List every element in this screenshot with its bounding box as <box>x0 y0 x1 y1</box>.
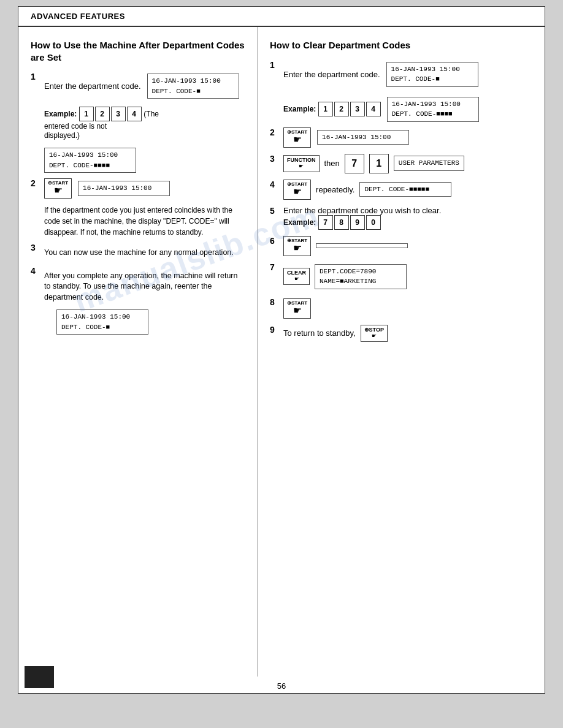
start-button-r8[interactable]: ⊕START ☛ <box>283 298 311 319</box>
right-step-2-content: ⊕START ☛ 16-JAN-1993 15:00 <box>283 127 534 148</box>
step-2-display-line1: 16-JAN-1993 15:00 <box>83 183 165 194</box>
right-s4-d1: DEPT. CODE-■■■■■ <box>364 184 446 195</box>
right-example-display: 16-JAN-1993 15:00 DEPT. CODE-■■■■ <box>387 97 479 122</box>
start-button-1[interactable]: ⊕START ☛ <box>44 178 72 199</box>
step-4-text: After you complete any operation, the ma… <box>44 271 246 303</box>
key-0-ex: 0 <box>366 215 381 230</box>
step-num-3: 3 <box>31 243 44 252</box>
repeatedly-text: repeatedly. <box>316 185 354 194</box>
clear-button[interactable]: CLEAR ☛ <box>283 268 310 285</box>
right-step-8-content: ⊕START ☛ <box>283 297 534 319</box>
right-step-8: 8 ⊕START ☛ <box>270 297 534 319</box>
right-key-3: 3 <box>350 102 365 116</box>
start-button-r2[interactable]: ⊕START ☛ <box>283 127 311 148</box>
right-heading: How to Clear Department Codes <box>270 39 534 51</box>
left-step-1: 1 Enter the department code. 16-JAN-1993… <box>31 72 246 100</box>
key-2: 2 <box>95 107 110 121</box>
right-step-6-content: ⊕START ☛ <box>283 236 534 256</box>
key-4: 4 <box>127 107 142 121</box>
right-ex-d2: DEPT. CODE-■■■■ <box>392 109 474 119</box>
step-num-2: 2 <box>31 178 44 188</box>
right-step-num-1: 1 <box>270 60 283 70</box>
right-key-1: 1 <box>318 102 333 116</box>
hand-icon-r8: ☛ <box>293 306 302 316</box>
step-3-content: You can now use the machine for any norm… <box>44 243 246 261</box>
step-3-text: You can now use the machine for any norm… <box>44 248 246 259</box>
right-s1-d2: DEPT. CODE-■ <box>391 74 473 85</box>
left-example-row: Example: 1 2 3 4 (Theentered code is not… <box>44 107 246 175</box>
step-4-content: After you complete any operation, the ma… <box>44 266 246 337</box>
right-column: How to Clear Department Codes 1 Enter th… <box>258 27 545 677</box>
right-step-6: 6 ⊕START ☛ <box>270 236 534 256</box>
right-ex-d1: 16-JAN-1993 15:00 <box>392 99 474 110</box>
step-2-display: 16-JAN-1993 15:00 <box>78 181 170 196</box>
right-step-4: 4 ⊕START ☛ repeatedly. DEPT. CODE-■■■■■ <box>270 180 534 200</box>
right-step-7-content: CLEAR ☛ DEPT.CODE=7890 NAME=■ARKETING <box>283 262 534 291</box>
step-1-display-line2: DEPT. CODE-■ <box>152 86 234 97</box>
step-1-display: 16-JAN-1993 15:00 DEPT. CODE-■ <box>147 74 239 99</box>
start-button-r6[interactable]: ⊕START ☛ <box>283 236 311 256</box>
left-paragraph: If the department code you just entered … <box>44 205 246 238</box>
hand-icon-r6: ☛ <box>293 243 302 253</box>
content-area: How to Use the Machine After Department … <box>18 27 545 677</box>
right-step-1-content: Enter the department code. 16-JAN-1993 1… <box>283 60 534 89</box>
right-step-num-4: 4 <box>270 180 283 189</box>
right-s2-d1: 16-JAN-1993 15:00 <box>322 132 404 143</box>
step-1-display-line1: 16-JAN-1993 15:00 <box>152 76 234 86</box>
right-step-num-9: 9 <box>270 325 283 335</box>
function-button[interactable]: FUNCTION ☛ <box>283 155 320 172</box>
right-step-5: 5 Enter the department code you wish to … <box>270 206 534 230</box>
right-step-9: 9 To return to standby, ⊕STOP ☛ <box>270 325 534 342</box>
step-num-1: 1 <box>31 72 44 82</box>
start-button-r4[interactable]: ⊕START ☛ <box>283 180 311 200</box>
right-s1-d1: 16-JAN-1993 15:00 <box>391 64 473 75</box>
left-para-text: If the department code you just entered … <box>44 205 246 238</box>
left-column: How to Use the Machine After Department … <box>18 27 258 677</box>
then-text: then <box>324 159 340 168</box>
step-1-content: Enter the department code. 16-JAN-1993 1… <box>44 72 246 100</box>
step-4-display-line1: 16-JAN-1993 15:00 <box>61 312 144 322</box>
left-example-display-line2: DEPT. CODE-■■■■ <box>49 161 131 171</box>
right-example-row: Example: 1 2 3 4 16-JAN-1993 15:00 DEPT.… <box>283 95 534 124</box>
right-step-9-content: To return to standby, ⊕STOP ☛ <box>283 325 534 342</box>
right-step-4-display: DEPT. CODE-■■■■■ <box>359 182 451 197</box>
right-step-num-5: 5 <box>270 206 283 216</box>
right-step-5-content: Enter the department code you wish to cl… <box>283 206 534 230</box>
right-step-5-keys: 7 8 9 0 <box>318 215 381 230</box>
key-3: 3 <box>111 107 126 121</box>
right-step-num-3: 3 <box>270 154 283 164</box>
right-step-2: 2 ⊕START ☛ 16-JAN-1993 15:00 <box>270 127 534 148</box>
right-step-1-display: 16-JAN-1993 15:00 DEPT. CODE-■ <box>386 62 478 87</box>
step-4-display: 16-JAN-1993 15:00 DEPT. CODE-■ <box>56 309 148 335</box>
step-4-display-line2: DEPT. CODE-■ <box>61 322 144 333</box>
right-s7-d2: NAME=■ARKETING <box>320 276 402 287</box>
left-example-label: Example: <box>44 110 79 118</box>
step-2-content: ⊕START ☛ 16-JAN-1993 15:00 <box>44 178 246 199</box>
right-step-3-content: FUNCTION ☛ then 7 1 USER PARAMETERS <box>283 154 534 173</box>
right-step-7-display: DEPT.CODE=7890 NAME=■ARKETING <box>315 264 407 289</box>
right-step-num-2: 2 <box>270 127 283 137</box>
stop-label: ⊕STOP <box>364 327 384 333</box>
left-step-2: 2 ⊕START ☛ 16-JAN-1993 15:00 <box>31 178 246 199</box>
function-label: FUNCTION <box>287 157 316 163</box>
right-step-9-text: To return to standby, <box>283 328 356 338</box>
right-s3-d1: USER PARAMETERS <box>399 158 459 169</box>
right-step-1-text: Enter the department code. <box>283 70 380 79</box>
right-step-3-display: USER PARAMETERS <box>394 156 464 171</box>
right-step-2-display: 16-JAN-1993 15:00 <box>317 130 409 145</box>
page-wrapper: ADVANCED FEATURES How to Use the Machine… <box>18 6 545 694</box>
key-8-ex: 8 <box>334 215 349 230</box>
stop-button[interactable]: ⊕STOP ☛ <box>361 325 388 342</box>
step-num-4: 4 <box>31 266 44 276</box>
left-example-display-line1: 16-JAN-1993 15:00 <box>49 150 131 161</box>
clear-label: CLEAR <box>287 270 306 276</box>
hand-icon-func: ☛ <box>299 163 304 169</box>
step-1-text: Enter the department code. <box>44 82 141 91</box>
right-s7-d1: DEPT.CODE=7890 <box>320 267 402 277</box>
right-example-label: Example: <box>283 105 318 113</box>
right-step-num-7: 7 <box>270 262 283 272</box>
key-1: 1 <box>369 154 389 173</box>
header-bar: ADVANCED FEATURES <box>18 7 545 27</box>
right-example-keys: 1 2 3 4 <box>318 102 381 116</box>
right-step-num-6: 6 <box>270 236 283 246</box>
